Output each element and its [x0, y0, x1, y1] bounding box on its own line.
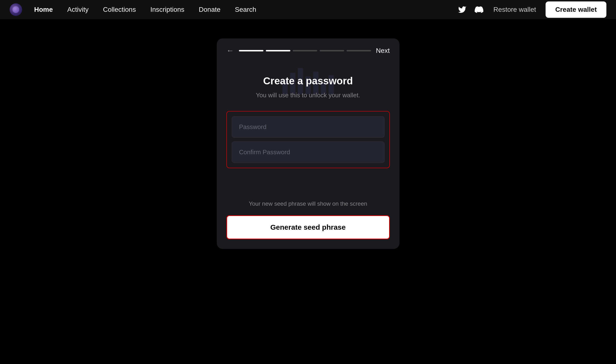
navbar-link-collections[interactable]: Collections — [103, 6, 136, 13]
progress-bar — [239, 50, 371, 52]
progress-segment-0 — [239, 50, 263, 52]
twitter-icon[interactable] — [457, 5, 467, 14]
next-button[interactable]: Next — [376, 47, 390, 54]
modal-header: ← Next — [217, 39, 399, 61]
seed-phrase-info: Your new seed phrase will show on the sc… — [226, 199, 390, 208]
navbar-link-search[interactable]: Search — [235, 6, 256, 13]
main-content: ← Next BLOCKBEATS Create a password You … — [0, 19, 616, 364]
restore-wallet-button[interactable]: Restore wallet — [493, 6, 536, 13]
back-button[interactable]: ← — [226, 46, 234, 55]
logo[interactable] — [10, 3, 22, 16]
navbar-links: HomeActivityCollectionsInscriptionsDonat… — [34, 6, 457, 13]
navbar: HomeActivityCollectionsInscriptionsDonat… — [0, 0, 616, 19]
spacer — [226, 180, 390, 199]
modal-body: BLOCKBEATS Create a password You will us… — [217, 61, 399, 249]
navbar-right: Restore wallet Create wallet — [457, 1, 606, 18]
navbar-link-activity[interactable]: Activity — [67, 6, 89, 13]
input-group — [226, 111, 390, 168]
confirm-password-input[interactable] — [232, 142, 385, 163]
navbar-link-inscriptions[interactable]: Inscriptions — [150, 6, 184, 13]
navbar-link-donate[interactable]: Donate — [199, 6, 220, 13]
navbar-link-home[interactable]: Home — [34, 6, 53, 13]
progress-segment-4 — [347, 50, 371, 52]
logo-inner — [13, 6, 19, 13]
generate-seed-phrase-button[interactable]: Generate seed phrase — [226, 215, 390, 239]
progress-segment-3 — [320, 50, 344, 52]
password-input[interactable] — [232, 116, 385, 138]
progress-segment-2 — [293, 50, 317, 52]
modal-subtitle: You will use this to unlock your wallet. — [226, 91, 390, 99]
discord-icon[interactable] — [474, 5, 484, 14]
create-wallet-button[interactable]: Create wallet — [546, 1, 606, 18]
social-icons — [457, 5, 484, 14]
modal-card: ← Next BLOCKBEATS Create a password You … — [217, 39, 399, 249]
modal-title: Create a password — [226, 75, 390, 87]
progress-segment-1 — [266, 50, 290, 52]
